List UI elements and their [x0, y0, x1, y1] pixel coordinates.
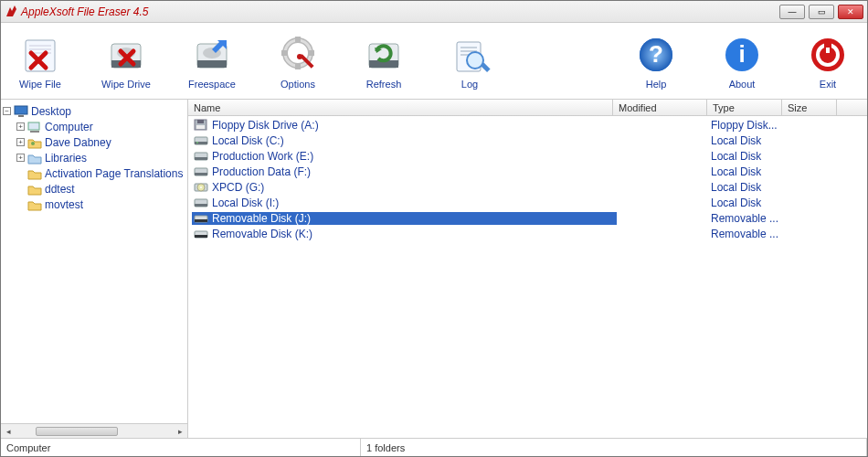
- tree-label: Desktop: [31, 105, 71, 118]
- scroll-left-icon[interactable]: ◂: [1, 425, 16, 438]
- svg-rect-34: [824, 40, 831, 48]
- svg-rect-44: [195, 142, 207, 144]
- about-button[interactable]: i About: [710, 33, 774, 90]
- exit-button[interactable]: Exit: [796, 33, 860, 90]
- svg-point-45: [196, 142, 198, 143]
- app-logo-icon: [5, 5, 17, 18]
- svg-rect-58: [195, 235, 207, 238]
- wipe-file-label: Wipe File: [19, 79, 61, 90]
- scroll-right-icon[interactable]: ▸: [173, 425, 187, 438]
- col-type[interactable]: Type: [707, 100, 782, 115]
- row-type: Removable ...: [711, 228, 786, 240]
- list-row[interactable]: Floppy Disk Drive (A:)Floppy Disk...: [188, 117, 867, 133]
- tree-label: Libraries: [45, 152, 87, 165]
- hdd-icon: [194, 134, 208, 146]
- drive-list: Name Modified Type Size Floppy Disk Driv…: [188, 100, 867, 438]
- tree-scrollbar[interactable]: ◂ ▸: [1, 423, 187, 438]
- title-bar: AppleXsoft File Eraser 4.5 — ▭ ✕: [1, 1, 867, 23]
- list-row[interactable]: Local Disk (C:)Local Disk: [188, 133, 867, 148]
- row-name: Local Disk (I:): [212, 197, 279, 209]
- maximize-button[interactable]: ▭: [809, 5, 834, 19]
- options-icon: [276, 33, 320, 77]
- row-type: Local Disk: [711, 134, 786, 147]
- refresh-label: Refresh: [366, 79, 402, 90]
- svg-point-39: [31, 142, 35, 145]
- svg-rect-49: [195, 173, 207, 175]
- svg-rect-38: [30, 131, 39, 133]
- minimize-button[interactable]: —: [779, 5, 805, 19]
- status-right: 1 folders: [361, 439, 867, 456]
- options-button[interactable]: Options: [266, 33, 330, 90]
- cd-icon: [194, 181, 208, 193]
- row-name: Production Work (E:): [212, 150, 313, 163]
- svg-text:i: i: [738, 40, 745, 68]
- refresh-button[interactable]: Refresh: [352, 33, 416, 90]
- help-button[interactable]: ? Help: [624, 33, 688, 90]
- help-icon: ?: [634, 33, 678, 77]
- scroll-thumb[interactable]: [36, 427, 118, 436]
- libraries-icon: [27, 152, 42, 165]
- folder-icon: [27, 198, 42, 211]
- tree-label: Computer: [45, 121, 93, 133]
- freespace-button[interactable]: Freespace: [180, 33, 244, 90]
- list-row[interactable]: XPCD (G:)Local Disk: [188, 179, 867, 195]
- hdd-ext-icon: [194, 150, 208, 162]
- tree-item[interactable]: Activation Page Translations: [3, 165, 185, 181]
- about-label: About: [729, 79, 756, 90]
- list-row[interactable]: Production Work (E:)Local Disk: [188, 148, 867, 164]
- tree-item[interactable]: +Computer: [3, 119, 185, 134]
- wipe-drive-label: Wipe Drive: [101, 79, 151, 90]
- expand-icon[interactable]: +: [16, 138, 25, 146]
- col-size[interactable]: Size: [782, 100, 837, 115]
- svg-rect-56: [195, 219, 207, 222]
- list-row[interactable]: Removable Disk (K:)Removable ...: [188, 226, 867, 241]
- log-button[interactable]: Log: [438, 33, 502, 90]
- svg-point-24: [467, 52, 483, 69]
- status-bar: Computer 1 folders: [1, 438, 867, 456]
- help-label: Help: [646, 79, 667, 90]
- tree-item[interactable]: movtest: [3, 197, 185, 212]
- wipe-drive-icon: [104, 33, 148, 77]
- list-row[interactable]: Local Disk (I:)Local Disk: [188, 195, 867, 210]
- svg-rect-41: [197, 120, 204, 123]
- expand-icon[interactable]: +: [16, 122, 25, 131]
- svg-point-52: [200, 186, 202, 188]
- svg-text:?: ?: [649, 40, 663, 68]
- col-modified[interactable]: Modified: [613, 100, 707, 115]
- collapse-icon[interactable]: −: [3, 107, 11, 115]
- freespace-label: Freespace: [188, 79, 236, 90]
- folder-tree[interactable]: −Desktop+Computer+Dave Dabney+LibrariesA…: [1, 100, 188, 438]
- tree-item[interactable]: ddtest: [3, 181, 185, 197]
- tree-root[interactable]: −Desktop: [3, 103, 185, 119]
- svg-rect-42: [196, 125, 205, 129]
- row-type: Local Disk: [711, 165, 786, 178]
- wipe-drive-button[interactable]: Wipe Drive: [94, 33, 158, 90]
- hdd-ext-icon: [194, 165, 208, 177]
- user-folder-icon: [27, 136, 42, 149]
- refresh-icon: [362, 33, 406, 77]
- row-name: Production Data (F:): [212, 165, 311, 178]
- svg-rect-47: [195, 157, 207, 160]
- svg-rect-54: [195, 204, 207, 207]
- expand-icon[interactable]: +: [16, 154, 25, 162]
- list-header[interactable]: Name Modified Type Size: [188, 100, 867, 116]
- list-row[interactable]: Removable Disk (J:)Removable ...: [188, 210, 867, 226]
- wipe-file-button[interactable]: Wipe File: [8, 33, 72, 90]
- svg-rect-35: [15, 106, 27, 114]
- log-icon: [448, 33, 492, 77]
- close-button[interactable]: ✕: [838, 5, 863, 19]
- row-name: Local Disk (C:): [212, 134, 284, 147]
- tree-label: Dave Dabney: [45, 136, 111, 149]
- status-left: Computer: [1, 439, 361, 456]
- removable-icon: [194, 228, 208, 239]
- col-name[interactable]: Name: [188, 100, 613, 115]
- svg-point-17: [297, 54, 302, 59]
- tree-item[interactable]: +Libraries: [3, 150, 185, 165]
- floppy-icon: [194, 119, 208, 131]
- list-row[interactable]: Production Data (F:)Local Disk: [188, 164, 867, 179]
- tree-item[interactable]: +Dave Dabney: [3, 134, 185, 150]
- row-name: Removable Disk (K:): [212, 228, 312, 240]
- row-name: Removable Disk (J:): [212, 212, 311, 225]
- row-name: Floppy Disk Drive (A:): [212, 119, 319, 132]
- tree-label: Activation Page Translations: [45, 167, 183, 180]
